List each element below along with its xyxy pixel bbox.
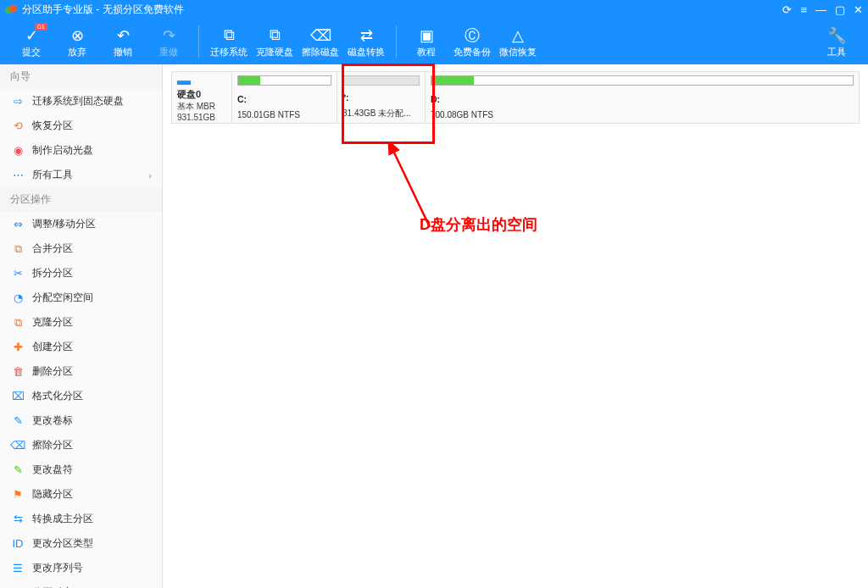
partition-detail: 700.08GB NTFS [431, 110, 854, 119]
ops-item[interactable]: ⇔调整/移动分区 [0, 212, 162, 236]
disk-type: 基本 MBR [177, 101, 215, 113]
dots-icon: ⋯ [10, 169, 25, 182]
redo-button: ↷ 重做 [146, 21, 192, 62]
sidebar-item-label: 合并分区 [32, 241, 152, 256]
toolbar-separator [396, 25, 397, 58]
recover-icon: ⟲ [10, 119, 25, 133]
partition-unallocated[interactable]: *: 81.43GB 未分配... [337, 72, 425, 123]
partition-bar [237, 75, 331, 86]
sidebar-item-label: 制作启动光盘 [32, 143, 152, 158]
discard-icon: ⊗ [71, 25, 84, 46]
ops-item[interactable]: ✎更改卷标 [0, 408, 162, 433]
ops-item[interactable]: ⌧格式化分区 [0, 384, 162, 408]
commit-button[interactable]: ✓ 01 提交 [8, 21, 54, 62]
label-icon: ✎ [10, 414, 25, 428]
wipe-disk-icon: ⌫ [310, 25, 331, 46]
split-icon: ✂ [10, 267, 25, 280]
migrate-icon: ⇨ [10, 95, 25, 108]
type-icon: ID [10, 537, 25, 551]
sidebar-item-label: 格式化分区 [32, 389, 152, 403]
window-controls: ⟳ ≡ — ▢ ✕ [782, 4, 863, 15]
partition-d[interactable]: D: 700.08GB NTFS [425, 72, 859, 123]
sidebar-item-label: 擦除分区 [32, 438, 152, 452]
content-area: ▬ 硬盘0 基本 MBR 931.51GB C: 150.01GB NTFS *… [163, 64, 868, 588]
ops-item[interactable]: ✂拆分分区 [0, 261, 162, 286]
partition-letter: *: [342, 92, 420, 103]
refresh-icon[interactable]: ⟳ [782, 4, 792, 15]
undo-icon: ↶ [117, 25, 130, 46]
backup-button[interactable]: Ⓒ 免费备份 [449, 21, 495, 62]
wizard-item[interactable]: ⟲恢复分区 [0, 114, 162, 138]
clone-disk-button[interactable]: ⧉ 克隆硬盘 [252, 21, 298, 62]
ops-item[interactable]: ☰更改序列号 [0, 556, 162, 580]
partition-detail: 81.43GB 未分配... [342, 108, 420, 119]
merge-icon: ⧉ [10, 242, 25, 256]
undo-button[interactable]: ↶ 撤销 [100, 21, 146, 62]
sidebar-item-label: 更改卷标 [32, 413, 152, 428]
wizard-item[interactable]: ⇨迁移系统到固态硬盘 [0, 89, 162, 114]
svg-line-2 [392, 149, 430, 227]
close-icon[interactable]: ✕ [854, 4, 863, 15]
wechat-button[interactable]: △ 微信恢复 [495, 21, 541, 62]
discard-button[interactable]: ⊗ 放弃 [54, 21, 100, 62]
ops-item[interactable]: ✚创建分区 [0, 335, 162, 359]
partition-detail: 150.01GB NTFS [237, 110, 331, 119]
ops-item[interactable]: ✎更改盘符 [0, 458, 162, 482]
wizard-item[interactable]: ⋯所有工具› [0, 163, 162, 187]
ops-item[interactable]: 🗑删除分区 [0, 359, 162, 384]
migrate-icon: ⧉ [224, 25, 235, 46]
partition-bar [431, 75, 854, 86]
wizard-item[interactable]: ◉制作启动光盘 [0, 138, 162, 163]
ops-item[interactable]: ◔分配空闲空间 [0, 286, 162, 310]
partition-letter: C: [237, 94, 331, 104]
book-icon: ▣ [420, 25, 434, 46]
sidebar-item-label: 迁移系统到固态硬盘 [32, 94, 152, 108]
migrate-button[interactable]: ⧉ 迁移系统 [206, 21, 252, 62]
toolbar-separator [198, 25, 199, 58]
disk-name: 硬盘0 [177, 88, 201, 101]
sidebar-item-label: 更改序列号 [32, 561, 152, 575]
partition-c[interactable]: C: 150.01GB NTFS [231, 72, 337, 123]
sidebar-item-label: 隐藏分区 [32, 487, 152, 502]
minimize-icon[interactable]: — [815, 4, 826, 15]
ops-item[interactable]: ⌫擦除分区 [0, 433, 162, 458]
disk-row[interactable]: ▬ 硬盘0 基本 MBR 931.51GB C: 150.01GB NTFS *… [171, 71, 860, 124]
maximize-icon[interactable]: ▢ [835, 4, 845, 15]
partition-bar [342, 75, 420, 86]
ops-item[interactable]: ID更改分区类型 [0, 531, 162, 556]
chevron-right-icon: › [148, 170, 152, 180]
window-title: 分区助手专业版 - 无损分区免费软件 [22, 3, 782, 17]
create-icon: ✚ [10, 341, 25, 354]
annotation-text: D盘分离出的空间 [420, 214, 537, 235]
letter-icon: ✎ [10, 463, 25, 477]
disk-icon: ▬ [177, 73, 191, 88]
partition-letter: D: [431, 94, 854, 104]
commit-badge: 01 [35, 23, 47, 31]
sidebar-item-label: 所有工具 [32, 168, 148, 182]
sidebar-item-label: 更改盘符 [32, 463, 152, 477]
ops-item[interactable]: ⧉克隆分区 [0, 310, 162, 335]
sidebar-item-label: 克隆分区 [32, 315, 152, 330]
tools-button[interactable]: 🔧 工具 [814, 21, 860, 62]
titlebar: 分区助手专业版 - 无损分区免费软件 ⟳ ≡ — ▢ ✕ [0, 0, 868, 19]
toolbar: ✓ 01 提交 ⊗ 放弃 ↶ 撤销 ↷ 重做 ⧉ 迁移系统 ⧉ 克隆硬盘 ⌫ 擦… [0, 19, 868, 64]
tutorial-button[interactable]: ▣ 教程 [403, 21, 449, 62]
app-icon [5, 3, 17, 15]
delete-icon: 🗑 [10, 365, 25, 379]
sidebar-item-label: 创建分区 [32, 340, 152, 354]
wipe-disk-button[interactable]: ⌫ 擦除磁盘 [298, 21, 343, 62]
resize-icon: ⇔ [10, 218, 25, 231]
convert-disk-button[interactable]: ⇄ 磁盘转换 [343, 21, 389, 62]
menu-icon[interactable]: ≡ [800, 4, 807, 15]
ops-item[interactable]: ≡分区对齐 [0, 580, 162, 588]
primary-icon: ⇆ [10, 513, 25, 526]
wrench-icon: 🔧 [827, 25, 846, 46]
wechat-icon: △ [512, 25, 524, 46]
wipe-icon: ⌫ [10, 439, 25, 452]
ops-item[interactable]: ⇆转换成主分区 [0, 507, 162, 531]
hide-icon: ⚑ [10, 488, 25, 502]
ops-item[interactable]: ⚑隐藏分区 [0, 482, 162, 507]
redo-icon: ↷ [163, 25, 175, 46]
ops-item[interactable]: ⧉合并分区 [0, 236, 162, 261]
allocate-icon: ◔ [10, 291, 25, 305]
